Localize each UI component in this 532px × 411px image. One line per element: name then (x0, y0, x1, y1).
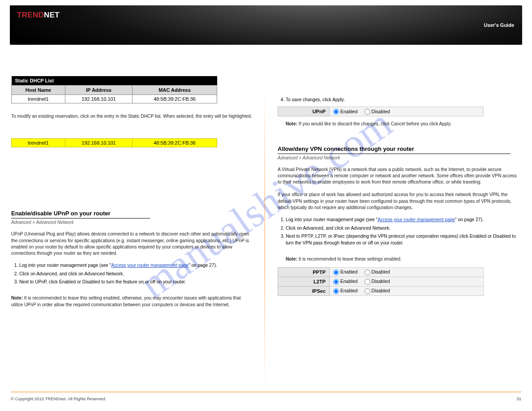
upnp-label: UPnP (278, 107, 330, 116)
upnp-breadcrumb: Advanced > Advanced Network (11, 220, 253, 225)
header-banner: TRENDNET User's Guide (10, 5, 522, 45)
pptp-label: PPTP (278, 267, 330, 277)
brand-prefix: TREND (17, 11, 44, 19)
upnp-enabled-option[interactable]: Enabled (333, 109, 358, 114)
upnp-heading: Enable/disable UPnP on your router (11, 210, 150, 218)
ipsec-disabled-option[interactable]: Disabled (365, 288, 390, 293)
upnp-step-2: Click on Advanced, and click on Advanced… (19, 270, 253, 277)
brand-suffix: NET (44, 11, 60, 19)
cell-mac: 48:5B:39:2C:FB:36 (133, 95, 217, 103)
col-mac: MAC Address (133, 86, 217, 95)
ipsec-enabled-radio[interactable] (333, 288, 339, 294)
vpn-step-1: Log into your router management page (se… (286, 216, 519, 223)
l2tp-enabled-option[interactable]: Enabled (333, 278, 358, 284)
col-ip: IP Address (65, 86, 133, 95)
upnp-step4-list: To save changes, click Apply. (286, 96, 519, 103)
ipsec-label: IPSec (278, 286, 330, 295)
hl-host: trendnet1 (12, 139, 65, 147)
footer-divider (11, 392, 521, 392)
table-row[interactable]: trendnet1 192.168.10.101 48:5B:39:2C:FB:… (12, 95, 217, 103)
column-divider (264, 85, 265, 390)
l2tp-enabled-radio[interactable] (333, 279, 339, 285)
copyright-text: © Copyright 2012 TRENDnet. All Rights Re… (11, 396, 106, 401)
apply-cancel-note: Note: If you would like to discard the c… (286, 121, 519, 127)
pptp-enabled-option[interactable]: Enabled (333, 269, 358, 274)
hl-mac: 48:5B:39:2C:FB:36 (133, 139, 217, 147)
ipsec-enabled-option[interactable]: Enabled (333, 288, 358, 293)
cell-ip: 192.168.10.101 (65, 95, 133, 103)
router-mgmt-link[interactable]: Access your router management page (111, 263, 189, 268)
router-mgmt-link-2[interactable]: Access your router management page (378, 217, 455, 222)
pptp-disabled-radio[interactable] (365, 270, 370, 275)
col-host: Host Name (12, 86, 65, 95)
upnp-step-1: Log into your router management page (se… (19, 262, 253, 269)
guide-title: User's Guide (484, 22, 514, 28)
cell-host: trendnet1 (12, 95, 65, 103)
vpn-note: Note: It is recommended to leave these s… (286, 256, 519, 262)
vpn-step-3: Next to PPTP, L2TP, or IPsec (depending … (286, 233, 519, 247)
page-number: 31 (516, 396, 521, 401)
highlighted-row[interactable]: trendnet1 192.168.10.101 48:5B:39:2C:FB:… (11, 138, 217, 147)
static-dhcp-title: Static DHCP List (12, 76, 217, 86)
l2tp-label: L2TP (278, 277, 330, 286)
upnp-note: Note: It is recommended to leave this se… (11, 295, 253, 308)
upnp-enabled-radio[interactable] (333, 109, 339, 115)
pptp-disabled-option[interactable]: Disabled (365, 269, 390, 274)
vpn-para-1: A Virtual Private Network (VPN) is a net… (278, 167, 519, 186)
vpn-heading: Allow/deny VPN connections through your … (278, 146, 511, 154)
upnp-step-4: To save changes, click Apply. (286, 96, 519, 103)
ipsec-disabled-radio[interactable] (365, 288, 370, 294)
vpn-para-2: If your office or place of work has allo… (278, 192, 519, 211)
vpn-settings-table: PPTP Enabled Disabled L2TP Enabled Disab… (278, 267, 484, 296)
hl-ip: 192.168.10.101 (65, 139, 133, 147)
vpn-steps: Log into your router management page (se… (286, 216, 519, 246)
upnp-controls: Enabled Disabled (330, 107, 484, 116)
vpn-breadcrumb: Advanced > Advanced Network (278, 155, 519, 160)
upnp-steps: Log into your router management page (se… (19, 262, 253, 285)
upnp-disabled-radio[interactable] (365, 109, 370, 115)
l2tp-disabled-radio[interactable] (365, 279, 370, 285)
right-column: To save changes, click Apply. UPnP Enabl… (278, 76, 519, 296)
l2tp-disabled-option[interactable]: Disabled (365, 278, 390, 284)
upnp-setting-row: UPnP Enabled Disabled (278, 107, 484, 116)
upnp-description: UPnP (Universal Plug and Play) allows de… (11, 231, 253, 257)
modify-reservation-text: To modify an existing reservation, click… (11, 113, 253, 120)
upnp-disabled-option[interactable]: Disabled (365, 109, 390, 114)
pptp-enabled-radio[interactable] (333, 270, 339, 275)
static-dhcp-table: Static DHCP List Host Name IP Address MA… (11, 76, 217, 103)
left-column: Static DHCP List Host Name IP Address MA… (11, 76, 253, 308)
brand-title: TRENDNET (17, 11, 60, 20)
upnp-step-3: Next to UPnP, click Enabled or Disabled … (19, 278, 253, 285)
vpn-step-2: Click on Advanced, and click on Advanced… (286, 225, 519, 231)
footer: © Copyright 2012 TRENDnet. All Rights Re… (11, 396, 521, 401)
